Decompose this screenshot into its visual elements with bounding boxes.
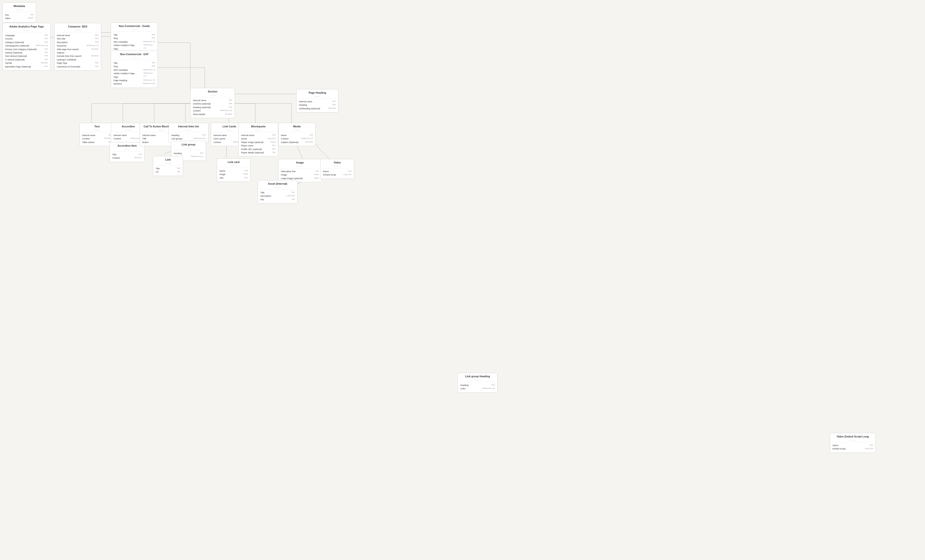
- compose-seo-node: Compose: SEO ---------- Internal nameTex…: [54, 23, 101, 71]
- link-node: Link ---------- TitleText UrlText: [153, 156, 183, 176]
- canvas: Metadata ---------- Key Text Value Objec…: [0, 0, 925, 560]
- media-node: Media ---------- NameText ContentReferen…: [278, 123, 316, 146]
- metadata-row-2: Value Object: [5, 17, 33, 20]
- video-embed-script-node: Video Embed Script Long ---------- NameT…: [830, 433, 875, 453]
- video-node: Video ---------- NameText Embed ScriptLo…: [320, 159, 354, 179]
- accordion-item-node: Accordion Item ---------- TitleText Cont…: [110, 142, 145, 162]
- image-node: Image ---------- Alternative TextText Im…: [278, 159, 322, 182]
- non-commercial-eat-node: Non-Commercial - EAT ---------- TitleTex…: [111, 51, 158, 88]
- blockquote-node: Blockquote ---------- Internal nameText …: [238, 123, 278, 156]
- asset-internal-node: Asset (Internal) ---------- TitleText De…: [258, 180, 297, 203]
- compose-seo-title: Compose: SEO: [57, 25, 98, 28]
- internal-links-list-node: Internal links list ---------- HeadingTe…: [169, 123, 208, 143]
- link-card-node: Link card ---------- NameText ImageAsset…: [217, 158, 250, 182]
- adobe-analytics-title: Adobe Analytics Page Tags: [5, 25, 48, 28]
- adobe-analytics-node: Adobe Analytics Page Tags ---------- Lan…: [2, 23, 51, 71]
- metadata-node: Metadata ---------- Key Text Value Objec…: [2, 2, 36, 23]
- page-heading-node: Page Heading ---------- Internal nameTex…: [296, 89, 339, 113]
- section-node: Section ---------- Internal nameText Ove…: [190, 88, 235, 118]
- link-group-heading-node: Link group Heading ---------- HeadingTex…: [458, 373, 497, 393]
- metadata-subtitle: ----------: [5, 8, 33, 12]
- metadata-title: Metadata: [5, 5, 33, 8]
- text-node: Text ---------- Internal nameText Conten…: [80, 123, 114, 146]
- metadata-row-1: Key Text: [5, 13, 33, 17]
